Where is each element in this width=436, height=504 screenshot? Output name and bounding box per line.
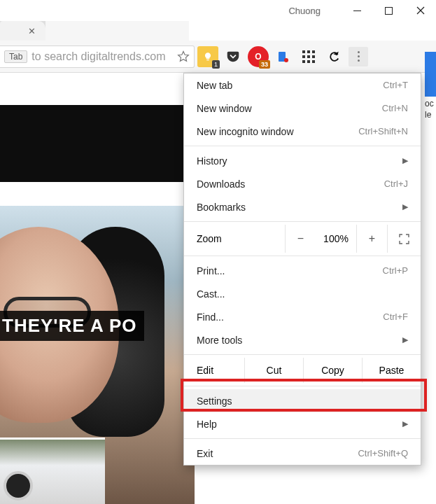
edit-cut-button[interactable]: Cut [244, 358, 303, 383]
menu-incognito[interactable]: New incognito window Ctrl+Shift+N [184, 120, 421, 143]
side-blue-strip [425, 52, 436, 97]
window-titlebar: Chuong [0, 0, 436, 21]
menu-label: Cast... [197, 288, 408, 300]
extension-badge: 1 [212, 60, 220, 69]
menu-downloads[interactable]: Downloads Ctrl+J [184, 172, 421, 195]
menu-shortcut: Ctrl+Shift+N [358, 126, 408, 136]
extensions-row: 1 O 33 [195, 46, 374, 67]
chevron-right-icon: ▶ [402, 156, 408, 165]
menu-label: Exit [197, 448, 358, 459]
menu-bookmarks[interactable]: Bookmarks ▶ [184, 195, 421, 218]
menu-settings[interactable]: Settings [184, 389, 421, 412]
svg-rect-10 [307, 55, 310, 58]
maximize-button[interactable] [373, 0, 405, 21]
menu-exit[interactable]: Exit Ctrl+Shift+Q [184, 442, 421, 465]
svg-rect-8 [312, 50, 315, 53]
chevron-right-icon: ▶ [402, 202, 408, 211]
extension-google-keep[interactable]: 1 [197, 46, 218, 67]
menu-shortcut: Ctrl+F [383, 312, 408, 322]
svg-rect-7 [307, 50, 310, 53]
menu-separator [184, 354, 421, 355]
menu-label: New incognito window [197, 126, 358, 137]
thumbnail-car [0, 438, 105, 504]
edit-paste-button[interactable]: Paste [362, 358, 421, 383]
side-text-2: le [425, 108, 436, 119]
extension-apps-grid[interactable] [298, 46, 319, 67]
svg-rect-9 [302, 55, 305, 58]
chrome-main-menu: New tab Ctrl+T New window Ctrl+N New inc… [183, 73, 421, 465]
menu-edit-row: Edit Cut Copy Paste [184, 358, 421, 383]
tab-to-search-chip: Tab [4, 50, 27, 63]
menu-shortcut: Ctrl+Shift+Q [358, 448, 408, 458]
menu-shortcut: Ctrl+T [383, 80, 408, 90]
new-tab-area[interactable] [45, 21, 189, 41]
close-tab-icon[interactable]: ✕ [28, 26, 36, 36]
fullscreen-button[interactable] [387, 225, 421, 253]
profile-name[interactable]: Chuong [288, 6, 321, 16]
menu-label: Settings [197, 396, 408, 407]
svg-rect-14 [312, 60, 315, 63]
bookmark-star-icon[interactable] [173, 50, 194, 63]
extension-tab-icon[interactable] [273, 46, 294, 67]
kebab-icon [358, 51, 360, 62]
chrome-menu-button[interactable] [349, 47, 368, 66]
chevron-right-icon: ▶ [402, 419, 408, 428]
menu-label: Bookmarks [197, 202, 394, 213]
menu-label: Zoom [197, 233, 285, 244]
svg-rect-6 [302, 50, 305, 53]
svg-rect-13 [307, 60, 310, 63]
menu-separator [184, 221, 421, 222]
zoom-value: 100% [316, 233, 356, 244]
svg-rect-1 [386, 7, 393, 14]
menu-label: New window [197, 103, 382, 114]
menu-label: Print... [197, 265, 383, 276]
menu-label: History [197, 155, 394, 167]
menu-new-window[interactable]: New window Ctrl+N [184, 97, 421, 120]
menu-label: More tools [197, 335, 394, 346]
side-peek: oc le [425, 52, 436, 119]
menu-cast[interactable]: Cast... [184, 282, 421, 305]
menu-shortcut: Ctrl+P [383, 265, 408, 276]
menu-shortcut: Ctrl+J [384, 178, 408, 189]
menu-separator [184, 146, 421, 146]
tab-strip: ✕ [0, 21, 189, 41]
svg-rect-11 [312, 55, 315, 58]
menu-separator [184, 438, 421, 439]
menu-label: Downloads [197, 178, 384, 190]
menu-shortcut: Ctrl+N [382, 103, 408, 113]
menu-find[interactable]: Find... Ctrl+F [184, 305, 421, 328]
extension-sync-icon[interactable] [323, 46, 344, 67]
zoom-in-button[interactable]: + [356, 225, 387, 253]
menu-more-tools[interactable]: More tools ▶ [184, 328, 421, 351]
menu-separator [184, 255, 421, 256]
menu-label: New tab [197, 80, 383, 91]
svg-point-5 [284, 58, 288, 62]
edit-copy-button[interactable]: Copy [303, 358, 362, 383]
menu-separator [184, 386, 421, 386]
menu-print[interactable]: Print... Ctrl+P [184, 259, 421, 282]
menu-help[interactable]: Help ▶ [184, 412, 421, 435]
extension-pocket[interactable] [223, 46, 244, 67]
minimize-button[interactable] [342, 0, 373, 21]
menu-label: Edit [184, 365, 244, 376]
article-headline: THEY'RE A PO [0, 311, 144, 341]
extension-opera[interactable]: O 33 [248, 46, 269, 67]
side-text-1: oc [425, 97, 436, 108]
omnibox-hint: to search digitaltrends.com [31, 50, 173, 63]
extension-badge: 33 [259, 60, 270, 69]
browser-tab[interactable]: ✕ [0, 21, 45, 41]
address-bar[interactable]: Tab to search digitaltrends.com [0, 46, 195, 68]
page-header-bar [0, 105, 195, 182]
menu-history[interactable]: History ▶ [184, 149, 421, 172]
chevron-right-icon: ▶ [402, 335, 408, 344]
svg-rect-12 [302, 60, 305, 63]
menu-new-tab[interactable]: New tab Ctrl+T [184, 74, 421, 97]
menu-label: Find... [197, 312, 383, 323]
zoom-out-button[interactable]: − [285, 225, 316, 253]
menu-zoom: Zoom − 100% + [184, 225, 421, 253]
menu-label: Help [197, 419, 394, 430]
close-button[interactable] [405, 0, 436, 21]
toolbar: Tab to search digitaltrends.com 1 O 33 [0, 41, 436, 73]
